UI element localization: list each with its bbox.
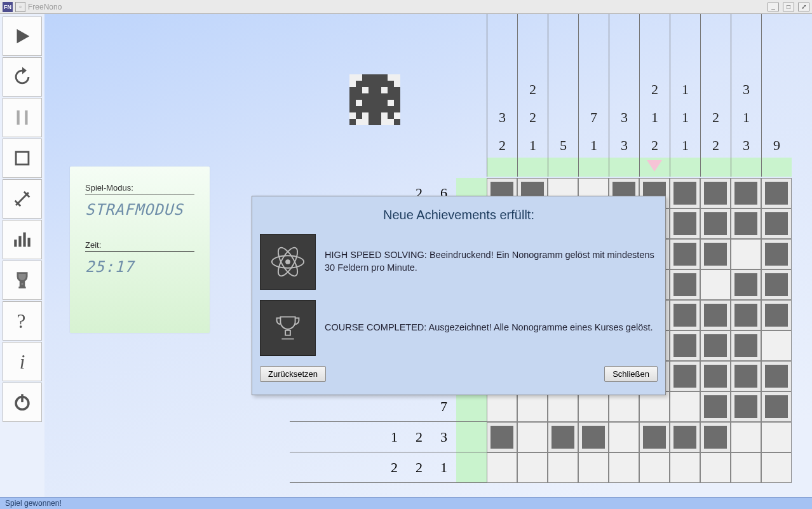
grid-cell[interactable] [761, 422, 792, 452]
grid-cell[interactable] [700, 239, 731, 269]
col-hint: 313 [731, 14, 761, 158]
titlebar: FN ▫ FreeNono _ □ ⤢ [0, 0, 812, 14]
grid-cell[interactable] [578, 422, 609, 452]
grid-cell[interactable] [700, 269, 731, 300]
play-button[interactable] [3, 17, 42, 56]
grid-cell[interactable] [700, 178, 731, 208]
grid-cell[interactable] [761, 452, 792, 483]
minimize-button[interactable]: _ [768, 3, 779, 11]
reset-button[interactable]: Zurücksetzen [260, 366, 326, 382]
svg-rect-2 [16, 152, 29, 165]
grid-cell[interactable] [761, 269, 792, 300]
grid-cell[interactable] [670, 330, 700, 361]
achievements-dialog: Neue Achievements erfüllt: HIGH SPEED SO… [252, 196, 666, 395]
trophy-button[interactable] [3, 261, 42, 300]
restore-icon[interactable]: ▫ [15, 2, 25, 12]
column-hints: 3222157133212111223139 [487, 14, 792, 158]
svg-rect-6 [28, 238, 30, 247]
grid-cell[interactable] [731, 208, 761, 239]
grid-cell[interactable] [700, 422, 731, 452]
grid-cell[interactable] [548, 391, 578, 422]
grid-cell[interactable] [731, 178, 761, 208]
achievement-item: HIGH SPEED SOLVING: Beeindruckend! Ein N… [260, 234, 658, 290]
grid-cell[interactable] [487, 391, 517, 422]
stats-button[interactable] [3, 220, 42, 259]
grid-cell[interactable] [731, 269, 761, 300]
grid-cell[interactable] [731, 300, 761, 330]
grid-cell[interactable] [670, 422, 700, 452]
grid-cell[interactable] [517, 422, 548, 452]
help-button[interactable]: ? [3, 301, 42, 341]
row-hint: 7 [290, 391, 456, 422]
grid-cell[interactable] [548, 422, 578, 452]
grid-cell[interactable] [487, 422, 517, 452]
maximize-button[interactable]: □ [783, 3, 794, 11]
grid-cell[interactable] [517, 391, 548, 422]
settings-button[interactable] [3, 179, 42, 219]
grid-cell[interactable] [700, 361, 731, 391]
status-bar: Spiel gewonnen! [0, 497, 812, 509]
grid-cell[interactable] [731, 330, 761, 361]
toolbar: ? i [0, 14, 44, 497]
grid-cell[interactable] [761, 300, 792, 330]
grid-cell[interactable] [700, 391, 731, 422]
grid-cell[interactable] [670, 452, 700, 483]
grid-cell[interactable] [517, 452, 548, 483]
grid-cell[interactable] [731, 239, 761, 269]
grid-cell[interactable] [639, 422, 670, 452]
grid-cell[interactable] [731, 452, 761, 483]
app-icon: FN [3, 2, 13, 12]
stop-button[interactable] [3, 139, 42, 178]
grid-cell[interactable] [639, 391, 670, 422]
grid-cell[interactable] [700, 300, 731, 330]
close-button[interactable]: Schließen [604, 366, 658, 382]
grid-cell[interactable] [670, 269, 700, 300]
grid-cell[interactable] [670, 239, 700, 269]
grid-cell[interactable] [700, 330, 731, 361]
cup-icon [260, 300, 316, 356]
power-button[interactable] [3, 383, 42, 422]
grid-cell[interactable] [731, 391, 761, 422]
col-hint: 32 [487, 14, 517, 158]
grid-cell[interactable] [761, 391, 792, 422]
nonogram-preview [349, 74, 400, 125]
grid-cell[interactable] [670, 300, 700, 330]
grid-cell[interactable] [700, 208, 731, 239]
grid-cell[interactable] [670, 361, 700, 391]
grid-cell[interactable] [761, 208, 792, 239]
grid-cell[interactable] [639, 452, 670, 483]
column-highlight-row [487, 158, 792, 177]
grid-cell[interactable] [761, 330, 792, 361]
atom-icon [260, 234, 316, 290]
grid-cell[interactable] [609, 422, 639, 452]
grid-cell[interactable] [731, 361, 761, 391]
row-hint: 221 [290, 452, 456, 483]
grid-cell[interactable] [761, 361, 792, 391]
grid-row: 123 [290, 422, 792, 452]
grid-cell[interactable] [761, 178, 792, 208]
grid-cell[interactable] [548, 452, 578, 483]
svg-text:?: ? [17, 310, 26, 332]
grid-cell[interactable] [761, 239, 792, 269]
restart-button[interactable] [3, 57, 42, 97]
pause-button[interactable] [3, 98, 42, 137]
expand-button[interactable]: ⤢ [798, 3, 809, 11]
column-marker-icon [647, 160, 662, 172]
window-title: FreeNono [28, 3, 62, 11]
time-label: Zeit: [85, 240, 194, 252]
info-button[interactable]: i [3, 342, 42, 381]
grid-cell[interactable] [670, 391, 700, 422]
grid-cell[interactable] [700, 452, 731, 483]
grid-cell[interactable] [731, 422, 761, 452]
grid-cell[interactable] [670, 178, 700, 208]
grid-cell[interactable] [609, 391, 639, 422]
achievement-text: HIGH SPEED SOLVING: Beeindruckend! Ein N… [325, 249, 658, 274]
svg-rect-3 [14, 240, 17, 247]
grid-cell[interactable] [487, 452, 517, 483]
svg-rect-0 [17, 111, 20, 125]
col-hint: 22 [700, 14, 731, 158]
grid-cell[interactable] [578, 391, 609, 422]
grid-cell[interactable] [578, 452, 609, 483]
grid-cell[interactable] [670, 208, 700, 239]
grid-cell[interactable] [609, 452, 639, 483]
